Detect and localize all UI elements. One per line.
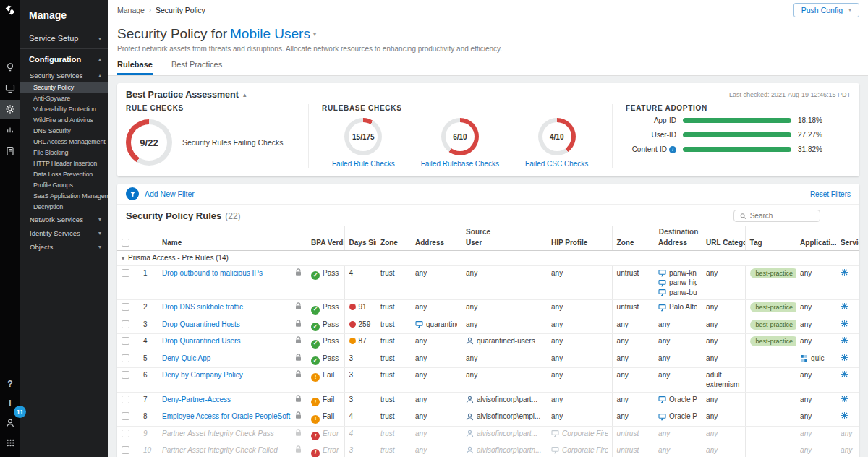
breadcrumb-manage[interactable]: Manage (117, 6, 145, 14)
sidebar-item-file-blocking[interactable]: File Blocking (20, 147, 109, 158)
col-user[interactable]: User (461, 237, 547, 251)
notification-count-badge[interactable]: 11 (14, 406, 26, 418)
security-policy-rules-table: Source Destination Name BPA Verdict Days… (117, 226, 859, 457)
col-name[interactable]: Name (158, 237, 291, 251)
donut-label-link[interactable]: Failed Rulebase Checks (421, 160, 499, 168)
feature-adoption-section: FEATURE ADOPTION App-ID18.18%User-ID27.2… (612, 104, 851, 168)
sidebar-item-profile-groups[interactable]: Profile Groups (20, 179, 109, 190)
col-service[interactable]: Servic... (836, 237, 859, 251)
donut-label-link[interactable]: Failed CSC Checks (525, 160, 588, 168)
sidebar-section-service-setup[interactable]: Service Setup ▾ (20, 30, 109, 47)
rule-name-link[interactable]: Deny-Quic App (162, 354, 210, 362)
table-row: 2Drop DNS sinkhole traffic✓Pass91trustan… (117, 300, 859, 317)
chevron-down-icon: ▾ (98, 230, 101, 236)
tab-rulebase[interactable]: Rulebase (117, 60, 153, 75)
search-input[interactable] (750, 212, 814, 220)
col-days-since[interactable]: Days Sin... (344, 237, 376, 251)
sidebar-group-network-services[interactable]: Network Services▾ (20, 212, 109, 226)
sidebar-item-http-header-insertion[interactable]: HTTP Header Insertion (20, 158, 109, 168)
chevron-down-icon[interactable]: ▾ (313, 31, 316, 38)
rule-name-link[interactable]: Employee Access for Oracle PeopleSoft (162, 412, 290, 420)
row-checkbox[interactable] (122, 430, 129, 437)
select-all-checkbox[interactable] (122, 239, 129, 247)
col-application[interactable]: Applicati... (796, 237, 836, 251)
rules-count: (22) (225, 211, 240, 221)
insights-icon[interactable] (0, 58, 20, 77)
addr-icon (658, 413, 666, 421)
reset-filters-link[interactable]: Reset Filters (810, 190, 851, 198)
monitor-icon[interactable] (0, 79, 20, 98)
col-hip-profile[interactable]: HIP Profile (547, 237, 612, 251)
rule-name-link[interactable]: Partner Asset Integrity Check Failed (162, 446, 278, 454)
row-checkbox[interactable] (122, 412, 129, 420)
col-dest-zone[interactable]: Zone (612, 237, 654, 251)
table-row: 1Drop outbound to malicious IPs✓Pass4tru… (117, 265, 859, 300)
sidebar-item-decryption[interactable]: Decryption (20, 201, 109, 212)
add-new-filter-link[interactable]: Add New Filter (145, 189, 195, 198)
rules-header: Security Policy Rules (22) (117, 205, 859, 226)
row-checkbox[interactable] (122, 396, 129, 403)
col-tag[interactable]: Tag (745, 237, 796, 251)
service-icon (841, 302, 848, 310)
sidebar-item-url-access-management[interactable]: URL Access Management (20, 136, 109, 147)
tag-pill: best-practice (750, 320, 796, 330)
service-icon (841, 268, 848, 276)
donut-label-link[interactable]: Failed Rule Checks (332, 160, 395, 168)
addr-icon (658, 304, 666, 312)
verdict-fail-icon: ! (311, 373, 320, 382)
sidebar-item-wildfire-and-antivirus[interactable]: WildFire and Antivirus (20, 114, 109, 125)
col-dest-address[interactable]: Address (654, 237, 702, 251)
rule-name-link[interactable]: Drop Quarantined Users (162, 337, 240, 345)
tab-best-practices[interactable]: Best Practices (171, 60, 222, 75)
person-icon (466, 396, 474, 403)
col-source-zone[interactable]: Zone (376, 237, 411, 251)
addr-icon (658, 279, 666, 287)
col-url-category[interactable]: URL Category (702, 237, 745, 251)
row-checkbox[interactable] (122, 371, 129, 379)
rule-name-link[interactable]: Drop Quarantined Hosts (162, 320, 240, 328)
sidebar-group-security-services[interactable]: Security Services ▴ (20, 68, 109, 82)
info-icon[interactable]: i (669, 146, 676, 153)
rule-name-link[interactable]: Deny-Partner-Access (162, 396, 231, 403)
adoption-bar (683, 118, 791, 123)
sidebar-section-configuration[interactable]: Configuration ▴ (20, 51, 109, 68)
row-checkbox[interactable] (122, 320, 129, 328)
app-switcher-grid-icon[interactable] (0, 433, 20, 452)
rule-name-link[interactable]: Partner Asset Integrity Check Pass (162, 430, 274, 437)
row-checkbox[interactable] (122, 269, 129, 277)
breadcrumb: Manage › Security Policy (117, 6, 205, 14)
col-bpa-verdict[interactable]: BPA Verdict (307, 237, 344, 251)
rulebase-donut: 15/175Failed Rule Checks (332, 118, 395, 168)
policy-scope-dropdown[interactable]: Mobile Users (230, 26, 310, 42)
logs-document-icon[interactable] (0, 142, 20, 161)
rule-name-link[interactable]: Drop DNS sinkhole traffic (162, 303, 243, 311)
sidebar-item-anti-spyware[interactable]: Anti-Spyware (20, 93, 109, 103)
row-checkbox[interactable] (122, 303, 129, 311)
filter-funnel-icon[interactable] (126, 187, 139, 200)
breadcrumb-separator-icon: › (149, 7, 151, 14)
row-checkbox[interactable] (122, 337, 129, 345)
sidebar-item-dns-security[interactable]: DNS Security (20, 125, 109, 136)
col-source-address[interactable]: Address (411, 237, 461, 251)
reports-chart-icon[interactable] (0, 121, 20, 140)
rule-group-row: ▾Prisma Access - Pre Rules (14) (117, 251, 859, 266)
rule-name-link[interactable]: Drop outbound to malicious IPs (162, 269, 263, 277)
sidebar-item-data-loss-prevention[interactable]: Data Loss Prevention (20, 168, 109, 179)
push-config-button[interactable]: Push Config ▾ (793, 3, 859, 17)
collapse-panel-icon[interactable]: ▴ (243, 91, 247, 98)
breadcrumb-security-policy[interactable]: Security Policy (156, 6, 205, 14)
row-checkbox[interactable] (122, 354, 129, 362)
lock-icon (295, 370, 302, 378)
sidebar-group-identity-services[interactable]: Identity Services▾ (20, 226, 109, 239)
lock-icon (295, 336, 302, 344)
help-icon[interactable]: ? (0, 375, 20, 393)
sidebar-item-saas-application-management[interactable]: SaaS Application Management (20, 190, 109, 201)
sidebar-group-objects[interactable]: Objects▾ (20, 239, 109, 253)
collapse-group-icon[interactable]: ▾ (122, 255, 124, 262)
row-checkbox[interactable] (122, 446, 129, 454)
sidebar-item-security-policy[interactable]: Security Policy (20, 82, 109, 93)
rule-name-link[interactable]: Deny by Company Policy (162, 371, 243, 379)
sidebar-item-vulnerability-protection[interactable]: Vulnerability Protection (20, 103, 109, 114)
settings-gear-icon[interactable] (0, 100, 20, 119)
table-row: 8Employee Access for Oracle PeopleSoft!F… (117, 409, 859, 426)
